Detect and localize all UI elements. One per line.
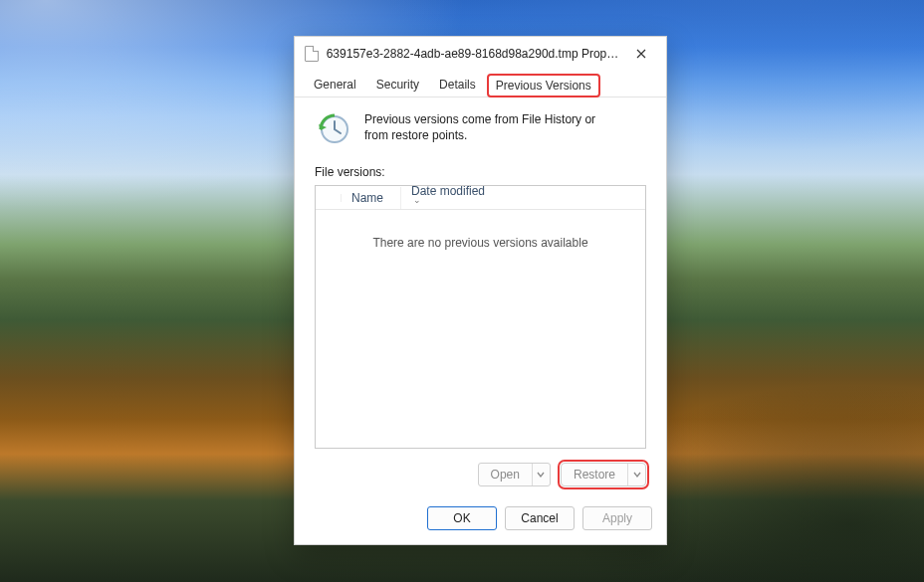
chevron-down-icon [633, 471, 641, 479]
tab-general[interactable]: General [305, 73, 365, 97]
close-icon [636, 49, 646, 59]
restore-button[interactable]: Restore [561, 463, 646, 486]
window-title: 639157e3-2882-4adb-ae89-8168d98a290d.tmp… [327, 47, 621, 61]
file-icon [305, 46, 319, 62]
titlebar: 639157e3-2882-4adb-ae89-8168d98a290d.tmp… [295, 37, 666, 70]
tab-details[interactable]: Details [430, 73, 485, 97]
desktop-wallpaper: 639157e3-2882-4adb-ae89-8168d98a290d.tmp… [0, 0, 924, 582]
file-history-icon [315, 111, 350, 147]
restore-dropdown[interactable] [627, 464, 645, 485]
info-row: Previous versions come from File History… [315, 111, 646, 147]
column-spacer[interactable] [316, 194, 342, 202]
column-date-label: Date modified [411, 184, 485, 198]
listview-body: There are no previous versions available [316, 210, 645, 448]
empty-message: There are no previous versions available [372, 236, 587, 250]
cancel-button[interactable]: Cancel [505, 506, 575, 530]
sort-indicator-icon: ⌄ [413, 195, 421, 205]
apply-button[interactable]: Apply [582, 506, 652, 530]
properties-dialog: 639157e3-2882-4adb-ae89-8168d98a290d.tmp… [294, 36, 667, 545]
chevron-down-icon [537, 471, 545, 479]
ok-button[interactable]: OK [427, 506, 497, 530]
tab-content: Previous versions come from File History… [295, 97, 666, 494]
versions-listview[interactable]: Name Date modified ⌄ There are no previo… [315, 185, 646, 449]
info-text: Previous versions come from File History… [364, 111, 613, 143]
action-row: Open Restore [315, 463, 646, 486]
listview-header: Name Date modified ⌄ [316, 186, 645, 210]
tab-previous-versions[interactable]: Previous Versions [487, 74, 600, 97]
open-dropdown[interactable] [532, 464, 550, 485]
file-versions-label: File versions: [315, 165, 646, 179]
tabstrip: General Security Details Previous Versio… [295, 70, 666, 97]
open-button-label: Open [479, 464, 532, 485]
dialog-footer: OK Cancel Apply [295, 494, 666, 544]
column-name[interactable]: Name [342, 187, 401, 209]
close-button[interactable] [621, 40, 660, 68]
tab-security[interactable]: Security [367, 73, 428, 97]
open-button[interactable]: Open [478, 463, 551, 486]
restore-button-label: Restore [562, 464, 627, 485]
